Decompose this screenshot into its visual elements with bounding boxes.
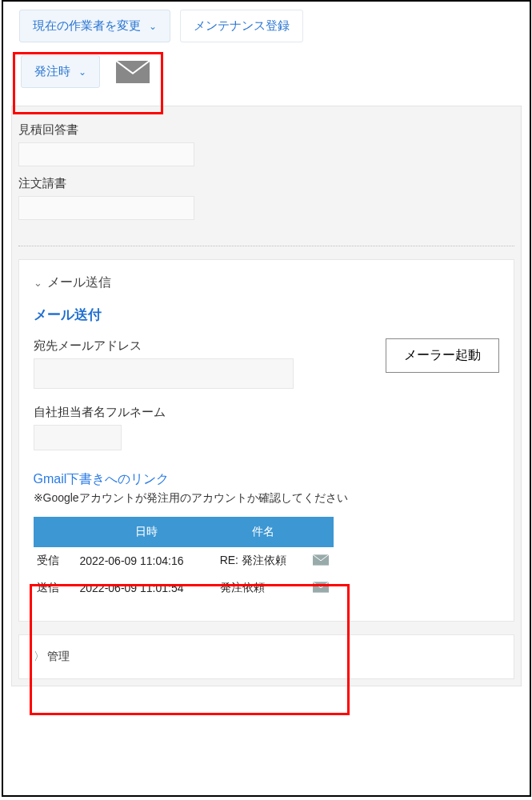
self-name-label: 自社担当者名フルネーム (34, 405, 499, 420)
quote-reply-label: 見積回答書 (18, 122, 514, 138)
cell-direction: 受信 (34, 547, 77, 574)
divider (18, 246, 514, 246)
chevron-down-icon: ⌄ (78, 66, 86, 78)
order-time-dropdown[interactable]: 発注時 ⌄ (21, 55, 100, 88)
cell-subject: RE: 発注依頼 (217, 547, 310, 574)
table-header-empty (34, 517, 77, 547)
chevron-right-icon: 〉 (34, 650, 45, 662)
quote-reply-input[interactable] (18, 142, 194, 166)
cell-direction: 送信 (34, 574, 77, 602)
change-worker-dropdown[interactable]: 現在の作業者を変更 ⌄ (19, 10, 170, 42)
order-form-input[interactable] (18, 196, 194, 220)
account-note: ※Googleアカウントが発注用のアカウントか確認してください (34, 491, 499, 506)
self-name-input[interactable] (34, 425, 122, 450)
manage-title: 管理 (47, 650, 70, 662)
mail-icon[interactable] (116, 60, 150, 84)
to-address-label: 宛先メールアドレス (34, 338, 366, 354)
mail-send-title: メール送付 (34, 306, 499, 324)
cell-mail-icon[interactable] (310, 547, 334, 574)
gmail-link-text: Gmail下書きへのリンク (34, 472, 170, 486)
order-time-label: 発注時 (34, 64, 70, 79)
cell-mail-icon[interactable] (310, 574, 334, 602)
cell-datetime: 2022-06-09 11:04:16 (77, 547, 217, 574)
chevron-down-icon: ⌄ (34, 277, 42, 289)
to-address-input[interactable] (34, 358, 294, 389)
change-worker-label: 現在の作業者を変更 (33, 18, 141, 34)
cell-subject: 発注依頼 (217, 574, 310, 602)
mail-log-table: 日時 件名 受信 2022-06-09 11:04:16 RE: 発注依頼 (34, 517, 334, 602)
table-header-subject: 件名 (217, 517, 310, 547)
gmail-draft-link[interactable]: Gmail下書きへのリンク (34, 471, 170, 488)
maintenance-label: メンテナンス登録 (194, 18, 290, 34)
maintenance-register-button[interactable]: メンテナンス登録 (180, 10, 303, 42)
table-header-datetime: 日時 (77, 517, 217, 547)
manage-panel-toggle[interactable]: 〉 管理 (18, 634, 514, 679)
chevron-down-icon: ⌄ (149, 21, 157, 32)
launch-mailer-button[interactable]: メーラー起動 (386, 338, 499, 373)
mail-icon (313, 554, 329, 566)
cell-datetime: 2022-06-09 11:01:54 (77, 574, 217, 602)
table-row: 受信 2022-06-09 11:04:16 RE: 発注依頼 (34, 547, 334, 574)
order-form-label: 注文請書 (18, 176, 514, 191)
mail-icon (313, 582, 329, 593)
mail-panel-title: メール送信 (47, 274, 111, 291)
mail-send-panel-toggle[interactable]: ⌄ メール送信 (34, 274, 499, 291)
launch-mailer-label: メーラー起動 (404, 348, 481, 362)
table-row: 送信 2022-06-09 11:01:54 発注依頼 (34, 574, 334, 602)
table-header-icon (310, 517, 334, 547)
